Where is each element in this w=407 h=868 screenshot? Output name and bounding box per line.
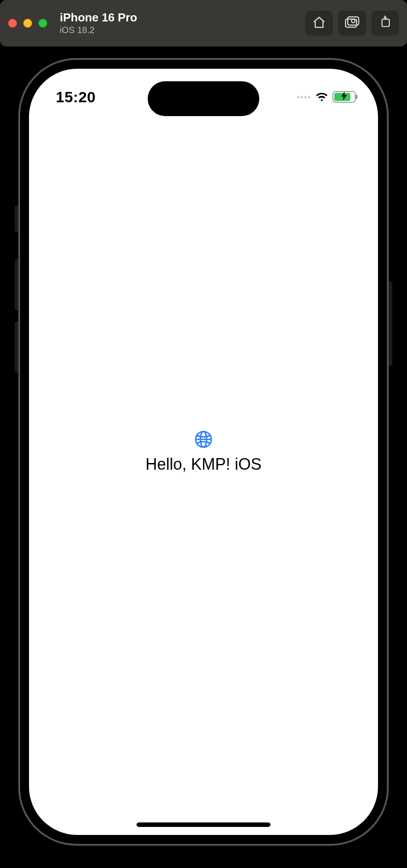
simulator-device-name: iPhone 16 Pro bbox=[60, 11, 137, 25]
window-zoom-button[interactable] bbox=[38, 19, 47, 28]
window-minimize-button[interactable] bbox=[23, 19, 32, 28]
simulator-os-version: iOS 18.2 bbox=[60, 25, 137, 35]
greeting-text: Hello, KMP! iOS bbox=[145, 455, 262, 474]
home-indicator[interactable] bbox=[137, 822, 270, 827]
svg-rect-3 bbox=[382, 19, 389, 26]
app-content: Hello, KMP! iOS bbox=[29, 69, 378, 835]
simulator-title-block: iPhone 16 Pro iOS 18.2 bbox=[60, 11, 137, 36]
svg-point-2 bbox=[352, 19, 355, 23]
simulator-titlebar: iPhone 16 Pro iOS 18.2 bbox=[0, 0, 407, 46]
phone-frame: 15:20 bbox=[18, 58, 389, 846]
simulator-toolbar bbox=[305, 11, 399, 36]
phone-screen: 15:20 bbox=[29, 69, 378, 835]
rotate-icon bbox=[379, 16, 391, 31]
window-traffic-lights bbox=[8, 19, 47, 28]
camera-icon bbox=[345, 16, 359, 31]
home-icon bbox=[312, 16, 326, 31]
simulator-rotate-button[interactable] bbox=[371, 11, 399, 36]
phone-bezel: 15:20 bbox=[18, 58, 389, 846]
window-close-button[interactable] bbox=[8, 19, 17, 28]
globe-icon bbox=[194, 430, 213, 451]
simulator-home-button[interactable] bbox=[305, 11, 333, 36]
simulator-screenshot-button[interactable] bbox=[338, 11, 366, 36]
